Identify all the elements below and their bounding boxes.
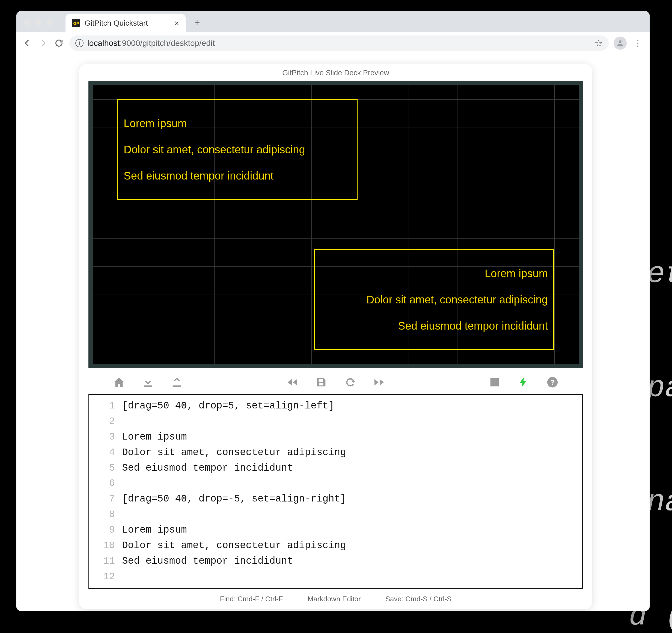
new-tab-button[interactable]: + [191,16,203,29]
page-content: GitPitch Live Slide Deck Preview Lorem [16,54,650,611]
slide-textbox-bottom-right: Lorem ipsum Dolor sit amet, consectetur … [314,249,554,350]
line-number: 4 [97,445,115,461]
editor-gutter: 123456789101112 [89,395,118,588]
browser-toolbar: i localhost:9000/gitpitch/desktop/edit ☆… [16,32,650,54]
editor-toolbar: ? [79,368,592,394]
profile-avatar-button[interactable] [614,36,627,50]
browser-menu-button[interactable]: ⋮ [631,38,644,48]
browser-tabstrip: GP GitPitch Quickstart × + [16,11,650,32]
code-line[interactable] [122,414,346,430]
code-line[interactable]: Lorem ipsum [122,522,346,538]
window-controls[interactable] [24,19,52,26]
status-save: Save: Cmd-S / Ctrl-S [385,595,452,603]
slide-line: Sed eiusmod tempor incididunt [124,163,351,189]
slide-textbox-top-left: Lorem ipsum Dolor sit amet, consectetur … [117,99,358,200]
slide-line: Dolor sit amet, consectetur adipiscing [124,137,351,163]
lightning-button[interactable] [517,375,531,389]
prev-slide-button[interactable] [285,375,299,389]
code-line[interactable]: [drag=50 40, drop=-5, set=align-right] [122,491,346,507]
line-number: 5 [97,461,115,476]
status-find: Find: Cmd-F / Ctrl-F [220,595,283,603]
help-button[interactable]: ? [545,375,559,389]
svg-point-0 [619,40,622,43]
line-number: 8 [97,507,115,522]
code-line[interactable] [122,507,346,522]
nav-reload-button[interactable] [53,38,65,49]
code-line[interactable]: Dolor sit amet, consectetur adipiscing [122,538,346,554]
markdown-editor[interactable]: 123456789101112 [drag=50 40, drop=5, set… [89,394,583,589]
code-line[interactable]: [drag=50 40, drop=5, set=align-left] [122,398,346,414]
next-slide-button[interactable] [372,375,386,389]
download-button[interactable] [141,375,155,389]
editor-code[interactable]: [drag=50 40, drop=5, set=align-left] Lor… [118,395,351,588]
line-number: 2 [97,414,115,430]
slide-canvas[interactable]: Lorem ipsum Dolor sit amet, consectetur … [93,86,579,364]
traffic-min-icon[interactable] [35,19,42,26]
code-line[interactable]: Lorem ipsum [122,430,346,445]
traffic-close-icon[interactable] [24,19,30,26]
save-button[interactable] [314,375,328,389]
code-line[interactable]: Sed eiusmod tempor incididunt [122,554,346,569]
status-bar: Find: Cmd-F / Ctrl-F Markdown Editor Sav… [79,592,592,609]
status-mode: Markdown Editor [308,595,361,603]
line-number: 7 [97,491,115,507]
slide-line: Sed eiusmod tempor incididunt [320,313,548,339]
upload-button[interactable] [170,375,184,389]
address-bar[interactable]: i localhost:9000/gitpitch/desktop/edit ☆ [69,35,609,51]
app-header-title: GitPitch Live Slide Deck Preview [79,64,592,81]
site-info-icon[interactable]: i [75,39,83,47]
line-number: 1 [97,398,115,414]
svg-text:?: ? [550,379,555,387]
line-number: 3 [97,430,115,445]
code-line[interactable]: Sed eiusmod tempor incididunt [122,461,346,476]
code-line[interactable] [122,569,346,585]
slide-line: Lorem ipsum [124,110,351,137]
browser-window: GP GitPitch Quickstart × + i localhost:9… [16,11,650,611]
tab-close-icon[interactable]: × [174,19,179,28]
refresh-button[interactable] [343,375,357,389]
slide-line: Lorem ipsum [320,260,548,287]
app-card: GitPitch Live Slide Deck Preview Lorem [79,64,592,609]
url-text: localhost:9000/gitpitch/desktop/edit [87,39,215,48]
line-number: 11 [97,554,115,569]
slide-preview-frame: Lorem ipsum Dolor sit amet, consectetur … [89,81,583,368]
line-number: 6 [97,476,115,491]
bookmark-star-icon[interactable]: ☆ [595,38,603,49]
line-number: 10 [97,538,115,554]
code-line[interactable] [122,476,346,491]
nav-back-button[interactable] [22,38,33,49]
line-number: 9 [97,522,115,538]
slide-line: Dolor sit amet, consectetur adipiscing [320,287,548,313]
browser-tab-active[interactable]: GP GitPitch Quickstart × [66,14,186,32]
home-button[interactable] [112,375,126,389]
tab-title: GitPitch Quickstart [85,19,148,28]
traffic-max-icon[interactable] [46,19,52,26]
image-button[interactable] [487,375,502,389]
nav-forward-button[interactable] [38,38,49,49]
favicon-icon: GP [72,19,80,27]
code-line[interactable]: Dolor sit amet, consectetur adipiscing [122,445,346,461]
line-number: 12 [97,569,115,585]
